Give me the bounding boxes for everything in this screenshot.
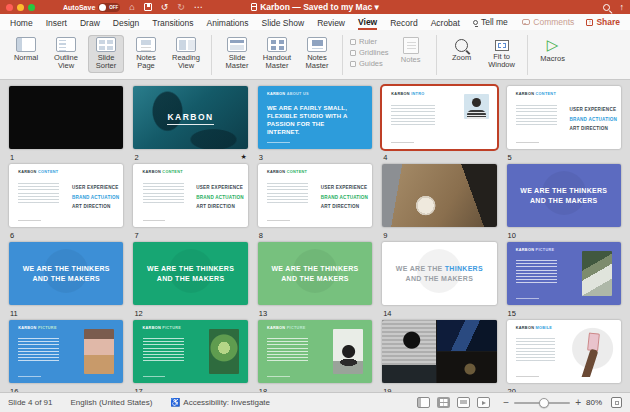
slide-sorter-icon [96,37,116,52]
zoom-group: Zoom Fit to Window [444,35,520,72]
slide-thumbnail-14[interactable]: WE ARE THE THINKERS AND THE MAKERS 14 [382,242,496,318]
slide-thumbnail-2[interactable]: KARBON 2 ★ [133,86,247,162]
outline-view-button[interactable]: Outline View [48,35,84,73]
slide-17-canvas[interactable]: KARBON PICTURE [133,320,247,383]
slide-10-canvas[interactable]: WE ARE THE THINKERS AND THE MAKERS [507,164,621,227]
zoom-slider[interactable] [514,402,570,404]
autosave-toggle[interactable]: AutoSave OFF [63,3,120,12]
normal-view-button[interactable]: Normal [8,35,44,64]
fit-to-window-button[interactable]: Fit to Window [484,35,520,72]
slide-16-canvas[interactable]: KARBON PICTURE [9,320,123,383]
zoom-in-button[interactable]: + [575,398,581,408]
share-icon[interactable]: ↑ [620,3,625,12]
slide-master-button[interactable]: Slide Master [219,35,255,73]
slide-number: 2 [134,153,138,162]
zoom-percentage[interactable]: 80% [586,398,606,407]
slide-7-canvas[interactable]: KARBON CONTENT USER EXPERIENCE BRAND ACT… [133,164,247,227]
slide-sorter-button[interactable]: Slide Sorter [88,35,124,73]
more-commands-icon[interactable]: ⋯ [194,3,203,12]
minimize-window-button[interactable] [17,4,24,11]
slide-thumbnail-11[interactable]: WE ARE THE THINKERS AND THE MAKERS 11 [9,242,123,318]
slide-thumbnail-7[interactable]: KARBON CONTENT USER EXPERIENCE BRAND ACT… [133,164,247,240]
slide-9-canvas[interactable] [382,164,496,227]
slide-thumbnail-4[interactable]: KARBON INTRO 4 [382,86,496,162]
slide-thumbnail-19[interactable]: 19 [382,320,496,396]
slide-thumbnail-12[interactable]: WE ARE THE THINKERS AND THE MAKERS 12 [133,242,247,318]
tab-record[interactable]: Record [390,16,417,29]
slide-13-canvas[interactable]: WE ARE THE THINKERS AND THE MAKERS [258,242,372,305]
slide-thumbnail-5[interactable]: KARBON CONTENT USER EXPERIENCE BRAND ACT… [507,86,621,162]
zoom-out-button[interactable]: − [503,398,509,408]
tab-acrobat[interactable]: Acrobat [431,16,460,29]
slide-1-canvas[interactable] [9,86,123,149]
close-window-button[interactable] [6,4,13,11]
tab-draw[interactable]: Draw [80,16,100,29]
slide-thumbnail-10[interactable]: WE ARE THE THINKERS AND THE MAKERS 10 [507,164,621,240]
slide-thumbnail-6[interactable]: KARBON CONTENT USER EXPERIENCE BRAND ACT… [9,164,123,240]
notes-button[interactable]: Notes [393,35,429,66]
notes-master-button[interactable]: Notes Master [299,35,335,73]
slide-6-canvas[interactable]: KARBON CONTENT USER EXPERIENCE BRAND ACT… [9,164,123,227]
slide-thumbnail-15[interactable]: KARBON PICTURE 15 [507,242,621,318]
slide-8-canvas[interactable]: KARBON CONTENT USER EXPERIENCE BRAND ACT… [258,164,372,227]
home-icon[interactable]: ⌂ [129,3,134,12]
fit-slide-to-window-button[interactable] [611,397,622,408]
tell-me-button[interactable]: Tell me [473,17,508,27]
redo-icon[interactable]: ↻ [177,3,185,12]
slide-18-canvas[interactable]: KARBON PICTURE [258,320,372,383]
accessibility-button[interactable]: ♿ Accessibility: Investigate [170,398,270,407]
reading-view-icon[interactable] [457,397,470,408]
tab-animations[interactable]: Animations [207,16,249,29]
zoom-button[interactable]: Zoom [444,35,480,64]
slide-5-canvas[interactable]: KARBON CONTENT USER EXPERIENCE BRAND ACT… [507,86,621,149]
zoom-slider-thumb[interactable] [539,398,549,408]
gridlines-checkbox[interactable]: Gridlines [350,48,389,57]
slide-thumbnail-20[interactable]: KARBON MOBILE 20 [507,320,621,396]
tab-design[interactable]: Design [113,16,139,29]
slide-12-canvas[interactable]: WE ARE THE THINKERS AND THE MAKERS [133,242,247,305]
slide-thumbnail-13[interactable]: WE ARE THE THINKERS AND THE MAKERS 13 [258,242,372,318]
slide-thumbnail-17[interactable]: KARBON PICTURE 17 [133,320,247,396]
slideshow-view-icon[interactable] [477,397,490,408]
tab-review[interactable]: Review [317,16,345,29]
slide-thumbnail-1[interactable]: 1 [9,86,123,162]
tab-view[interactable]: View [358,15,377,30]
slide-2-canvas[interactable]: KARBON [133,86,247,149]
autosave-switch[interactable]: OFF [98,3,120,12]
normal-view-icon[interactable] [417,397,430,408]
notes-page-button[interactable]: Notes Page [128,35,164,73]
motorcycle-photo [333,329,363,374]
tab-transitions[interactable]: Transitions [152,16,193,29]
slide-4-canvas[interactable]: KARBON INTRO [382,86,496,149]
guides-checkbox[interactable]: Guides [350,59,389,68]
handout-master-button[interactable]: Handout Master [259,35,295,73]
ruler-checkbox[interactable]: Ruler [350,37,389,46]
tab-home[interactable]: Home [10,16,33,29]
slide-thumbnail-8[interactable]: KARBON CONTENT USER EXPERIENCE BRAND ACT… [258,164,372,240]
slide-thumbnail-18[interactable]: KARBON PICTURE 18 [258,320,372,396]
tab-slide-show[interactable]: Slide Show [262,16,305,29]
slide-thumbnail-16[interactable]: KARBON PICTURE 16 [9,320,123,396]
undo-icon[interactable]: ↺ [161,3,169,12]
tab-insert[interactable]: Insert [46,16,67,29]
slide-14-canvas[interactable]: WE ARE THE THINKERS AND THE MAKERS [382,242,496,305]
save-icon[interactable] [144,3,152,11]
language-button[interactable]: English (United States) [70,398,152,407]
slide-thumbnail-9[interactable]: 9 [382,164,496,240]
search-icon[interactable] [603,4,610,11]
slide-3-canvas[interactable]: KARBON ABOUT US WE ARE A FAIRLY SMALL, F… [258,86,372,149]
slide-20-canvas[interactable]: KARBON MOBILE [507,320,621,383]
slide-19-canvas[interactable] [382,320,496,383]
fullscreen-window-button[interactable] [28,4,35,11]
autosave-knob [99,4,106,11]
slide-thumbnail-3[interactable]: KARBON ABOUT US WE ARE A FAIRLY SMALL, F… [258,86,372,162]
slide-15-canvas[interactable]: KARBON PICTURE [507,242,621,305]
slide-11-canvas[interactable]: WE ARE THE THINKERS AND THE MAKERS [9,242,123,305]
macros-button[interactable]: ▷ Macros [535,35,571,65]
master-views-group: Slide Master Handout Master Notes Master [219,35,335,73]
share-button[interactable]: ↑ Share [586,17,620,27]
slide-sorter-view-icon[interactable] [437,397,450,408]
quote-text: WE ARE THE THINKERS AND THE MAKERS [145,264,237,282]
comments-button[interactable]: Comments [522,17,574,27]
reading-view-button[interactable]: Reading View [168,35,204,73]
